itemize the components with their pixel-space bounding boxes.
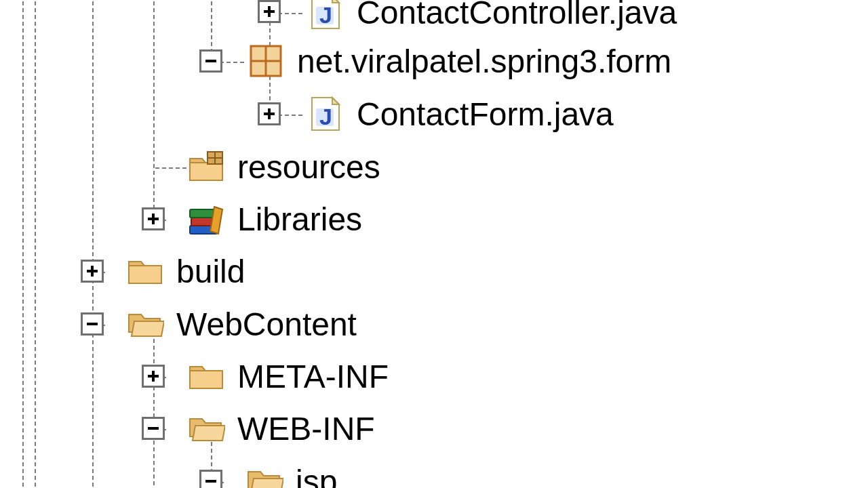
project-explorer-tree: J ContactController.java net.viralpatel.… bbox=[0, 0, 868, 488]
tree-line bbox=[92, 0, 94, 488]
resources-folder-icon bbox=[187, 148, 225, 186]
tree-item-label: ContactController.java bbox=[357, 0, 677, 31]
expand-handle[interactable] bbox=[258, 0, 281, 23]
collapse-handle[interactable] bbox=[142, 417, 165, 440]
expand-handle[interactable] bbox=[142, 365, 165, 388]
tree-item-label: Libraries bbox=[237, 201, 362, 238]
collapse-handle[interactable] bbox=[199, 470, 222, 488]
tree-item-label: build bbox=[176, 253, 245, 290]
tree-item-libraries[interactable]: Libraries bbox=[187, 199, 362, 239]
expand-handle[interactable] bbox=[258, 102, 281, 125]
tree-line bbox=[34, 0, 37, 488]
libraries-icon bbox=[187, 200, 225, 238]
tree-item-label: jsp bbox=[296, 463, 337, 489]
tree-line bbox=[153, 0, 155, 220]
tree-item-label: ContactForm.java bbox=[357, 96, 614, 133]
tree-item-label: resources bbox=[237, 148, 380, 186]
tree-item-folder[interactable]: resources bbox=[187, 146, 380, 187]
tree-item-folder[interactable]: jsp bbox=[245, 461, 337, 488]
tree-item-folder[interactable]: build bbox=[126, 251, 245, 291]
tree-line bbox=[22, 0, 24, 488]
java-file-icon: J bbox=[307, 95, 344, 133]
tree-item-package[interactable]: net.viralpatel.spring3.form bbox=[247, 41, 671, 81]
folder-open-icon bbox=[187, 409, 225, 447]
collapse-handle[interactable] bbox=[199, 49, 222, 73]
tree-item-folder[interactable]: WEB-INF bbox=[187, 408, 375, 449]
tree-item-file[interactable]: J ContactController.java bbox=[307, 0, 677, 33]
tree-line bbox=[153, 338, 155, 488]
expand-handle[interactable] bbox=[142, 207, 165, 230]
tree-item-folder[interactable]: WebContent bbox=[126, 304, 357, 344]
folder-open-icon bbox=[126, 305, 164, 343]
tree-item-label: WEB-INF bbox=[237, 410, 375, 447]
svg-text:J: J bbox=[319, 2, 332, 28]
folder-icon bbox=[126, 252, 164, 290]
tree-item-folder[interactable]: META-INF bbox=[187, 356, 389, 396]
tree-item-label: WebContent bbox=[176, 306, 357, 343]
expand-handle[interactable] bbox=[81, 260, 104, 283]
package-icon bbox=[247, 42, 285, 80]
tree-item-label: net.viralpatel.spring3.form bbox=[297, 43, 671, 80]
collapse-handle[interactable] bbox=[81, 312, 104, 336]
tree-item-label: META-INF bbox=[237, 358, 389, 395]
svg-text:J: J bbox=[319, 104, 332, 129]
tree-line bbox=[154, 167, 186, 169]
folder-open-icon bbox=[245, 462, 283, 488]
tree-item-file[interactable]: J ContactForm.java bbox=[307, 94, 614, 134]
folder-icon bbox=[187, 357, 225, 395]
java-file-icon: J bbox=[307, 0, 344, 31]
